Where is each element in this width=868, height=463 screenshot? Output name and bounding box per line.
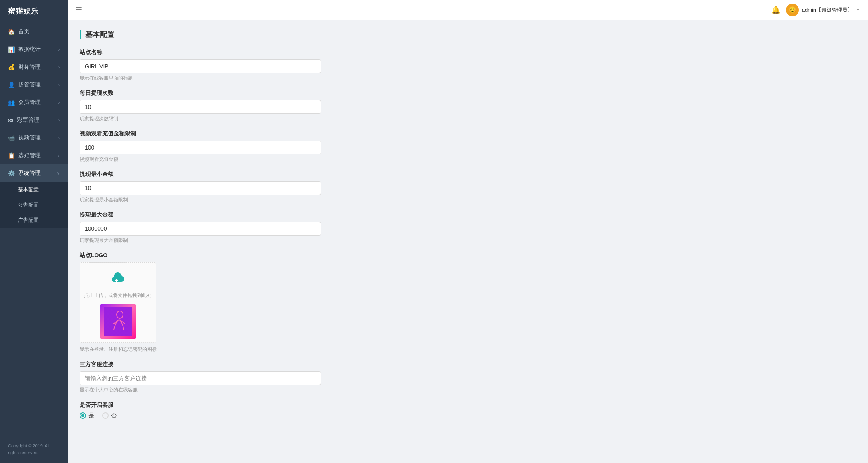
max-withdraw-hint: 玩家提现最大金额限制	[80, 237, 856, 244]
radio-no-label: 否	[111, 412, 117, 419]
sidebar-item-home[interactable]: 🏠 首页	[0, 23, 68, 41]
max-withdraw-group: 提现最大金额 玩家提现最大金额限制	[80, 211, 856, 244]
sidebar-logo: 蜜獾娱乐	[0, 0, 68, 23]
chevron-down-icon: ∨	[57, 171, 60, 176]
sidebar-footer: Copyright © 2019. All rights reserved.	[0, 436, 68, 463]
menu-toggle-button[interactable]: ☰	[76, 6, 82, 14]
video-icon: 📹	[8, 135, 15, 141]
radio-no-circle	[102, 412, 109, 419]
max-withdraw-label: 提现最大金额	[80, 211, 856, 219]
data-icon: 📊	[8, 46, 15, 53]
sidebar-submenu-system: 基本配置 公告配置 广告配置	[0, 182, 68, 228]
sidebar-item-label: 财务管理	[18, 64, 41, 71]
sidebar-item-label: 彩票管理	[17, 117, 39, 124]
sidebar-item-label: 视频管理	[18, 134, 41, 141]
radio-yes-label: 是	[88, 412, 94, 419]
super-icon: 👤	[8, 82, 15, 88]
video-limit-group: 视频观看充值金额限制 视频观看充值金额	[80, 130, 856, 163]
sidebar-item-data[interactable]: 📊 数据统计 ›	[0, 41, 68, 58]
sidebar-item-finance[interactable]: 💰 财务管理 ›	[0, 58, 68, 76]
site-name-input[interactable]	[80, 59, 321, 73]
sidebar-item-label: 数据统计	[18, 46, 41, 53]
logo-hint: 显示在登录、注册和忘记密码的图标	[80, 346, 856, 353]
customer-service-radio-group: 是 否	[80, 412, 856, 419]
dropdown-arrow-icon: ▼	[856, 8, 860, 12]
system-icon: ⚙️	[8, 170, 15, 176]
customer-service-group: 是否开启客服 是 否	[80, 402, 856, 419]
min-withdraw-group: 提现最小金额 玩家提现最小金额限制	[80, 171, 856, 203]
third-service-label: 三方客服连接	[80, 361, 856, 368]
chevron-right-icon: ›	[58, 154, 60, 158]
page-title: 基本配置	[80, 30, 856, 39]
sidebar-item-lottery[interactable]: 🎟 彩票管理 ›	[0, 111, 68, 129]
sidebar-item-label: 首页	[18, 28, 29, 35]
member-icon: 👥	[8, 99, 15, 106]
site-name-group: 站点名称 显示在线客服里面的标题	[80, 49, 856, 82]
min-withdraw-hint: 玩家提现最小金额限制	[80, 197, 856, 203]
home-icon: 🏠	[8, 29, 15, 35]
user-menu[interactable]: 😊 admin【超级管理员】 ▼	[786, 4, 860, 16]
min-withdraw-input[interactable]	[80, 181, 321, 195]
sidebar-item-label: 超管管理	[18, 81, 41, 88]
notification-icon[interactable]: 🔔	[771, 6, 780, 14]
upload-text: 点击上传，或将文件拖拽到此处	[84, 292, 152, 299]
finance-icon: 💰	[8, 64, 15, 70]
main-wrap: ☰ 🔔 😊 admin【超级管理员】 ▼ 基本配置 站点名称 显示在线客服里面的…	[68, 0, 868, 463]
upload-cloud-icon	[110, 271, 126, 289]
site-name-label: 站点名称	[80, 49, 856, 56]
chevron-right-icon: ›	[58, 100, 60, 105]
chevron-right-icon: ›	[58, 83, 60, 87]
daily-withdraw-label: 每日提现次数	[80, 90, 856, 97]
daily-withdraw-input[interactable]	[80, 100, 321, 114]
lottery-icon: 🎟	[8, 117, 14, 123]
video-limit-input[interactable]	[80, 141, 321, 154]
max-withdraw-input[interactable]	[80, 222, 321, 236]
min-withdraw-label: 提现最小金额	[80, 171, 856, 178]
sidebar-item-system[interactable]: ⚙️ 系统管理 ∨	[0, 164, 68, 182]
sidebar-menu: 🏠 首页 📊 数据统计 › 💰 财务管理 › 👤 超管管理	[0, 23, 68, 436]
daily-withdraw-hint: 玩家提现次数限制	[80, 115, 856, 122]
admin-label: admin【超级管理员】	[802, 6, 853, 14]
radio-yes-circle	[80, 412, 86, 419]
video-limit-hint: 视频观看充值金额	[80, 156, 856, 163]
third-service-group: 三方客服连接 显示在个人中心的在线客服	[80, 361, 856, 393]
main-content: 基本配置 站点名称 显示在线客服里面的标题 每日提现次数 玩家提现次数限制 视频…	[68, 20, 868, 463]
customer-service-label: 是否开启客服	[80, 402, 856, 409]
video-limit-label: 视频观看充值金额限制	[80, 130, 856, 137]
sidebar-submenu-ads[interactable]: 广告配置	[0, 213, 68, 228]
chevron-right-icon: ›	[58, 136, 60, 140]
daily-withdraw-group: 每日提现次数 玩家提现次数限制	[80, 90, 856, 122]
sidebar-item-member[interactable]: 👥 会员管理 ›	[0, 94, 68, 111]
sidebar-submenu-notice[interactable]: 公告配置	[0, 197, 68, 213]
sidebar-item-label: 会员管理	[18, 99, 41, 106]
header: ☰ 🔔 😊 admin【超级管理员】 ▼	[68, 0, 868, 20]
radio-no[interactable]: 否	[102, 412, 117, 419]
sidebar-item-label: 系统管理	[18, 170, 41, 177]
site-name-hint: 显示在线客服里面的标题	[80, 75, 856, 82]
sidebar-submenu-basic[interactable]: 基本配置	[0, 182, 68, 197]
sidebar: 蜜獾娱乐 🏠 首页 📊 数据统计 › 💰 财务管理 ›	[0, 0, 68, 463]
chevron-right-icon: ›	[58, 118, 60, 123]
third-service-input[interactable]	[80, 371, 321, 385]
third-service-hint: 显示在个人中心的在线客服	[80, 387, 856, 393]
radio-yes-dot	[81, 414, 84, 417]
radio-yes[interactable]: 是	[80, 412, 94, 419]
logo-group: 站点LOGO 点击上传，或将文件拖拽到此处	[80, 252, 856, 353]
logo-preview	[100, 304, 136, 339]
logo-label: 站点LOGO	[80, 252, 856, 259]
sidebar-item-selection[interactable]: 📋 选妃管理 ›	[0, 147, 68, 164]
chevron-right-icon: ›	[58, 47, 60, 52]
selection-icon: 📋	[8, 152, 15, 159]
sidebar-item-label: 选妃管理	[18, 152, 41, 159]
chevron-right-icon: ›	[58, 65, 60, 70]
sidebar-item-video[interactable]: 📹 视频管理 ›	[0, 129, 68, 147]
sidebar-item-super[interactable]: 👤 超管管理 ›	[0, 76, 68, 94]
logo-upload-area[interactable]: 点击上传，或将文件拖拽到此处	[80, 262, 156, 343]
avatar: 😊	[786, 4, 799, 16]
